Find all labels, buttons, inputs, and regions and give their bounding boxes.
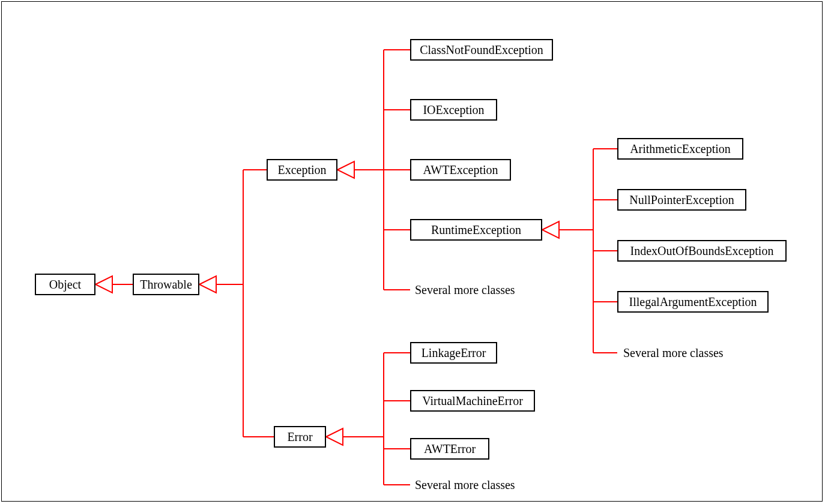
node-awtexception: AWTException <box>410 159 511 181</box>
more-runtime: Several more classes <box>623 346 724 360</box>
label-linkageerror: LinkageError <box>422 346 486 360</box>
label-ioexception: IOException <box>423 103 484 117</box>
node-virtualmachineerror: VirtualMachineError <box>410 390 535 412</box>
node-awterror: AWTError <box>410 438 489 460</box>
node-linkageerror: LinkageError <box>410 342 497 364</box>
node-runtimeexception: RuntimeException <box>410 219 542 241</box>
label-throwable: Throwable <box>140 278 192 292</box>
node-indexoob: IndexOutOfBoundsException <box>617 240 787 262</box>
node-arithmetic: ArithmeticException <box>617 138 743 160</box>
node-illegalarg: IllegalArgumentException <box>617 291 769 313</box>
node-error: Error <box>274 426 326 448</box>
node-exception: Exception <box>267 159 337 181</box>
label-runtimeexception: RuntimeException <box>431 223 521 237</box>
svg-marker-15 <box>326 428 343 445</box>
node-ioexception: IOException <box>410 99 497 121</box>
node-nullpointer: NullPointerException <box>617 189 746 211</box>
label-nullpointer: NullPointerException <box>629 193 734 207</box>
more-exception: Several more classes <box>415 283 515 297</box>
label-virtualmachineerror: VirtualMachineError <box>422 394 523 408</box>
label-object: Object <box>49 278 81 292</box>
label-exception: Exception <box>277 163 326 177</box>
diagram-frame: Object Throwable Exception Error ClassNo… <box>1 1 823 502</box>
label-arithmetic: ArithmeticException <box>630 142 731 156</box>
svg-marker-7 <box>337 161 354 178</box>
svg-marker-22 <box>542 221 559 238</box>
label-illegalarg: IllegalArgumentException <box>629 295 757 309</box>
node-object: Object <box>35 274 95 295</box>
node-classnotfound: ClassNotFoundException <box>410 39 553 61</box>
svg-marker-2 <box>199 276 216 293</box>
more-error: Several more classes <box>415 478 515 492</box>
node-throwable: Throwable <box>133 274 199 295</box>
label-awterror: AWTError <box>424 442 476 456</box>
label-indexoob: IndexOutOfBoundsException <box>630 244 774 258</box>
label-error: Error <box>287 430 312 444</box>
label-awtexception: AWTException <box>423 163 498 177</box>
label-classnotfound: ClassNotFoundException <box>420 43 543 57</box>
svg-marker-0 <box>95 276 112 293</box>
